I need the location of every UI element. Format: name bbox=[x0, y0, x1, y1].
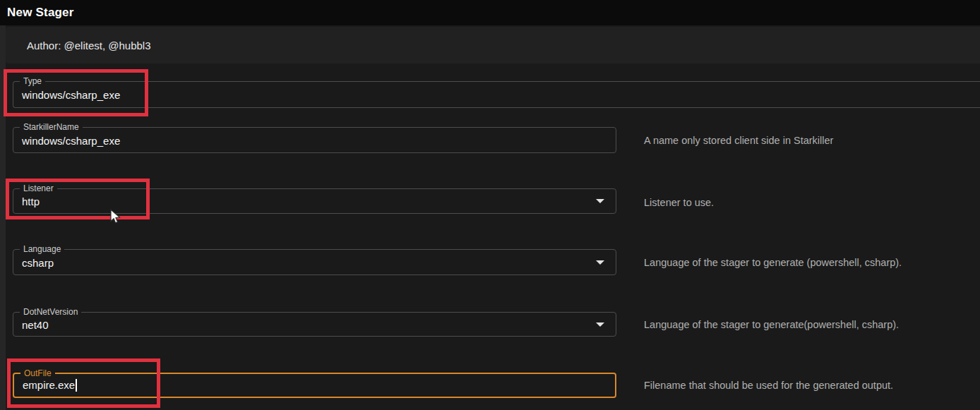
listener-select[interactable]: Listener http bbox=[13, 188, 616, 214]
language-select-value: csharp bbox=[22, 256, 54, 268]
language-select[interactable]: Language csharp bbox=[13, 249, 616, 275]
outfile-field-label: OutFile bbox=[20, 368, 55, 379]
language-helper-text: Language of the stager to generate (powe… bbox=[644, 257, 902, 268]
listener-helper-text: Listener to use. bbox=[644, 197, 714, 208]
starkillername-helper-text: A name only stored client side in Starki… bbox=[644, 135, 833, 146]
type-field-label: Type bbox=[20, 76, 45, 87]
outfile-field[interactable]: OutFile empire.exe bbox=[13, 373, 616, 398]
text-caret bbox=[76, 379, 77, 392]
outfile-helper-text: Filename that should be used for the gen… bbox=[644, 380, 893, 391]
page-title: New Stager bbox=[7, 6, 74, 20]
new-stager-form-screen: New Stager Author: @elitest, @hubbl3 Typ… bbox=[0, 0, 980, 410]
dotnetversion-select-value: net40 bbox=[22, 318, 49, 330]
language-select-label: Language bbox=[20, 244, 64, 255]
starkillername-field-label: StarkillerName bbox=[20, 122, 83, 133]
dotnetversion-helper-text: Language of the stager to generate(power… bbox=[644, 319, 899, 330]
dotnetversion-select-label: DotNetVersion bbox=[20, 307, 81, 318]
starkillername-field-value: windows/csharp_exe bbox=[22, 134, 120, 146]
type-field-value: windows/csharp_exe bbox=[22, 89, 120, 101]
author-panel: Author: @elitest, @hubbl3 bbox=[6, 27, 980, 64]
chevron-down-icon[interactable] bbox=[596, 260, 604, 265]
left-edge-strip bbox=[0, 25, 6, 410]
chevron-down-icon[interactable] bbox=[596, 322, 604, 327]
listener-select-label: Listener bbox=[20, 183, 57, 194]
mouse-cursor-icon bbox=[109, 209, 124, 229]
title-bar: New Stager bbox=[0, 0, 980, 25]
starkillername-field[interactable]: StarkillerName windows/csharp_exe bbox=[13, 127, 616, 153]
chevron-down-icon[interactable] bbox=[596, 199, 604, 203]
type-field[interactable]: Type windows/csharp_exe bbox=[13, 81, 980, 108]
listener-select-value: http bbox=[22, 195, 40, 207]
author-text: Author: @elitest, @hubbl3 bbox=[27, 40, 151, 52]
dotnetversion-select[interactable]: DotNetVersion net40 bbox=[13, 312, 616, 337]
outfile-field-value: empire.exe bbox=[23, 379, 77, 392]
